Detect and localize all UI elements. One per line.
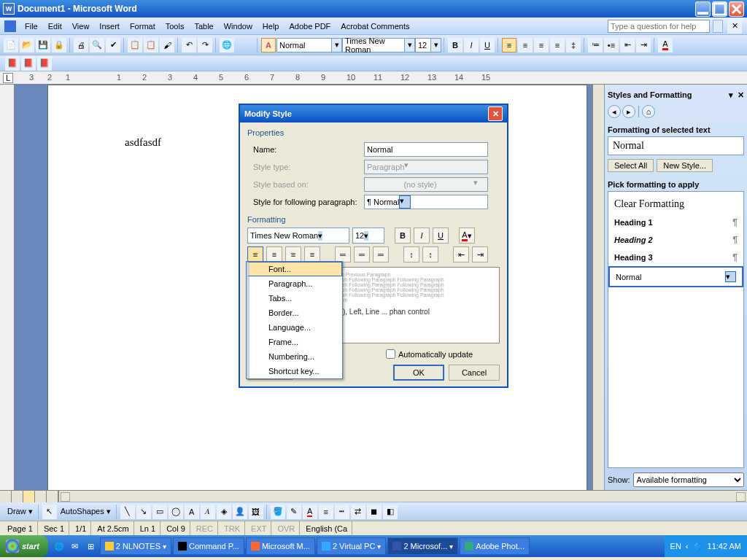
pdf-convert-icon[interactable]: 📕 bbox=[5, 56, 20, 71]
close-button[interactable] bbox=[729, 1, 744, 17]
align-justify-button[interactable]: ≡ bbox=[550, 38, 565, 52]
quick-email-icon[interactable]: ✉ bbox=[68, 539, 82, 553]
tray-icon[interactable]: 🔷 bbox=[693, 542, 703, 551]
line-color-icon[interactable]: ✎ bbox=[287, 505, 301, 519]
status-language[interactable]: English (Ca bbox=[301, 521, 352, 535]
style-clear-formatting[interactable]: Clear Formatting bbox=[608, 195, 743, 214]
select-objects-icon[interactable]: ↖ bbox=[42, 505, 57, 519]
menu-table[interactable]: Table bbox=[190, 20, 217, 32]
vertical-ruler[interactable] bbox=[0, 85, 15, 490]
select-all-button[interactable]: Select All bbox=[608, 159, 654, 172]
dlg-underline-button[interactable]: U bbox=[433, 228, 449, 244]
menu-adobe-pdf[interactable]: Adobe PDF bbox=[285, 20, 335, 32]
taskpane-close-icon[interactable]: ✕ bbox=[738, 90, 744, 100]
align-left-button[interactable]: ≡ bbox=[502, 38, 516, 52]
italic-button[interactable]: I bbox=[464, 38, 479, 52]
outdent-button[interactable]: ⇤ bbox=[620, 38, 635, 52]
styles-list[interactable]: Clear Formatting Heading 1¶ Heading 2¶ H… bbox=[608, 191, 744, 468]
dlg-align-justify-button[interactable]: ≡ bbox=[304, 246, 320, 262]
line-spacing-button[interactable]: ‡ bbox=[566, 38, 581, 52]
dlg-italic-button[interactable]: I bbox=[414, 228, 430, 244]
web-view-button[interactable] bbox=[12, 491, 23, 502]
home-icon[interactable]: ⌂ bbox=[642, 105, 655, 118]
line-icon[interactable]: ╲ bbox=[120, 505, 135, 519]
menu-acrobat-comments[interactable]: Acrobat Comments bbox=[336, 20, 414, 32]
dlg-align-left-button[interactable]: ≡ bbox=[247, 246, 263, 262]
forward-icon[interactable]: ▸ bbox=[622, 105, 635, 118]
current-style-box[interactable]: Normal bbox=[608, 136, 744, 155]
language-indicator[interactable]: EN bbox=[670, 542, 681, 551]
task-nlnotes[interactable]: 2 NLNOTES ▾ bbox=[100, 537, 171, 555]
ok-button[interactable]: OK bbox=[393, 365, 444, 381]
permission-icon[interactable]: 🔒 bbox=[52, 38, 66, 52]
dlg-para-before-button[interactable]: ↕ bbox=[403, 246, 419, 262]
style-heading-3[interactable]: Heading 3¶ bbox=[608, 249, 743, 266]
task-command[interactable]: Command P... bbox=[173, 537, 244, 555]
minimize-button[interactable] bbox=[695, 1, 711, 17]
format-numbering-item[interactable]: Numbering... bbox=[247, 349, 342, 364]
status-trk[interactable]: TRK bbox=[220, 521, 245, 535]
dlg-bold-button[interactable]: B bbox=[395, 228, 411, 244]
show-combo[interactable]: Available formatting bbox=[633, 472, 744, 487]
bullets-button[interactable]: •≡ bbox=[604, 38, 619, 52]
picture-icon[interactable]: 🖼 bbox=[249, 505, 263, 519]
font-color-draw-icon[interactable]: A bbox=[303, 505, 317, 519]
size-combo[interactable]: 12▾ bbox=[415, 38, 441, 52]
status-ext[interactable]: EXT bbox=[247, 521, 271, 535]
dlg-font-color-button[interactable]: A▾ bbox=[459, 228, 475, 244]
preview-icon[interactable]: 🔍 bbox=[90, 38, 104, 52]
dlg-spacing-1-button[interactable]: ═ bbox=[335, 246, 351, 262]
arrow-style-icon[interactable]: ⇄ bbox=[351, 505, 365, 519]
menu-help[interactable]: Help bbox=[258, 20, 284, 32]
save-icon[interactable]: 💾 bbox=[36, 38, 50, 52]
menu-window[interactable]: Window bbox=[220, 20, 257, 32]
task-photoshop[interactable]: Adobe Phot... bbox=[460, 537, 530, 555]
copy-icon[interactable]: 📋 bbox=[128, 38, 142, 52]
quick-ie-icon[interactable]: 🌐 bbox=[52, 539, 66, 553]
textbox-icon[interactable]: A bbox=[185, 505, 199, 519]
bold-button[interactable]: B bbox=[448, 38, 462, 52]
cancel-button[interactable]: Cancel bbox=[449, 365, 500, 381]
dlg-indent-right-button[interactable]: ⇥ bbox=[472, 246, 488, 262]
menu-format[interactable]: Format bbox=[125, 20, 160, 32]
dash-style-icon[interactable]: ┅ bbox=[335, 505, 349, 519]
help-dropdown[interactable] bbox=[713, 20, 723, 33]
format-paragraph-item[interactable]: Paragraph... bbox=[247, 276, 342, 291]
font-combo[interactable]: Times New Roman▾ bbox=[342, 38, 415, 52]
font-color-button[interactable]: A bbox=[658, 38, 673, 52]
new-style-button[interactable]: New Style... bbox=[657, 159, 713, 172]
format-shortcut-item[interactable]: Shortcut key... bbox=[247, 364, 342, 378]
help-search-input[interactable] bbox=[608, 20, 710, 33]
dlg-align-right-button[interactable]: ≡ bbox=[285, 246, 301, 262]
styles-pane-icon[interactable]: A bbox=[261, 38, 276, 52]
close-doc-button[interactable]: ✕ bbox=[727, 19, 742, 34]
format-frame-item[interactable]: Frame... bbox=[247, 335, 342, 349]
auto-update-checkbox[interactable] bbox=[386, 349, 395, 359]
dlg-para-after-button[interactable]: ↕ bbox=[422, 246, 438, 262]
document-text[interactable]: asdfasdf bbox=[125, 136, 161, 149]
following-combo[interactable]: ¶ Normal▾ bbox=[364, 195, 488, 209]
fill-color-icon[interactable]: 🪣 bbox=[271, 505, 285, 519]
style-combo[interactable]: Normal▾ bbox=[276, 38, 342, 52]
format-font-item[interactable]: Font... bbox=[247, 262, 342, 276]
dlg-spacing-2-button[interactable]: ═ bbox=[373, 246, 389, 262]
system-tray[interactable]: EN ‹ 🔷 11:42 AM bbox=[665, 535, 747, 557]
numbering-button[interactable]: ≔ bbox=[588, 38, 603, 52]
task-microsoft-word[interactable]: 2 Microsof... ▾ bbox=[387, 537, 458, 555]
paste-icon[interactable]: 📋 bbox=[144, 38, 158, 52]
menu-edit[interactable]: Edit bbox=[44, 20, 66, 32]
name-input[interactable] bbox=[364, 142, 488, 157]
spell-icon[interactable]: ✔ bbox=[106, 38, 120, 52]
style-normal[interactable]: Normal▾ bbox=[608, 266, 743, 287]
task-virtual-pc[interactable]: 2 Virtual PC ▾ bbox=[317, 537, 387, 555]
arrow-icon[interactable]: ↘ bbox=[136, 505, 151, 519]
reading-view-button[interactable] bbox=[47, 491, 58, 502]
rectangle-icon[interactable]: ▭ bbox=[152, 505, 167, 519]
maximize-button[interactable] bbox=[712, 1, 727, 17]
dlg-indent-left-button[interactable]: ⇤ bbox=[453, 246, 469, 262]
print-icon[interactable]: 🖨 bbox=[74, 38, 88, 52]
indent-button[interactable]: ⇥ bbox=[636, 38, 651, 52]
new-icon[interactable]: 📄 bbox=[4, 38, 18, 52]
undo-icon[interactable]: ↶ bbox=[182, 38, 196, 52]
menu-tools[interactable]: Tools bbox=[161, 20, 189, 32]
